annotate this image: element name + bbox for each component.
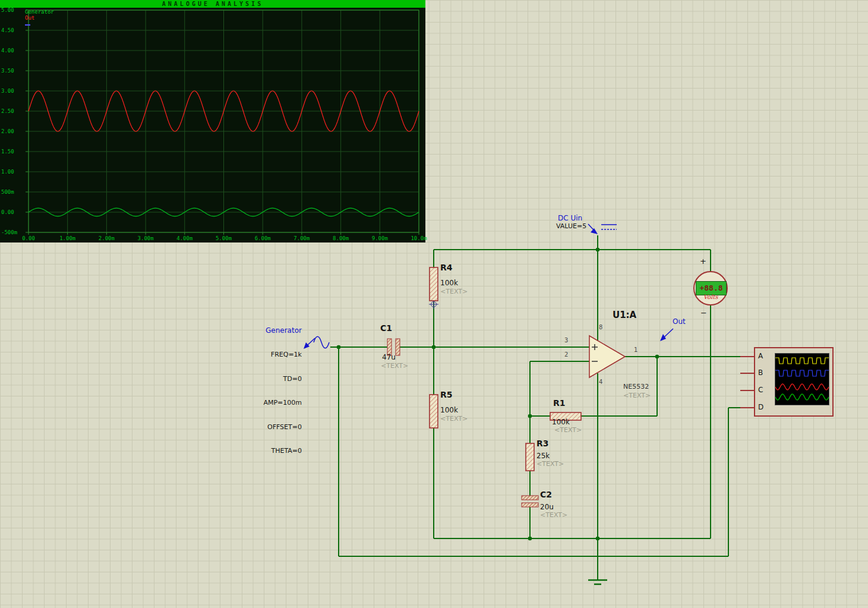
opamp-u1a[interactable] (589, 336, 625, 377)
opamp-pin8-number: 8 (599, 324, 602, 330)
opamp-ref: U1:A (613, 310, 636, 320)
oscilloscope-screen (775, 353, 829, 405)
r4-value: 100k (440, 279, 458, 287)
c1-text: <TEXT> (381, 362, 408, 370)
generator-params: FREQ=1k TD=0 AMP=100m OFFSET=0 THETA=0 (257, 335, 302, 471)
r5-value: 100k (440, 406, 458, 414)
out-wire-label: Out (673, 317, 686, 326)
r1-ref: R1 (553, 398, 566, 408)
dc-source-icon[interactable] (588, 224, 617, 234)
dc-source-label: DC Uin (558, 214, 582, 222)
voltmeter-unit-label: Volts (699, 294, 722, 300)
scope-channel-a-label: A (758, 352, 763, 360)
opamp-pin4-number: 4 (599, 379, 602, 385)
voltmeter-minus-label: − (700, 308, 707, 317)
scope-channel-b-label: B (758, 368, 763, 377)
generator-param: TD=0 (257, 375, 302, 383)
c1-value: 47u (382, 353, 396, 361)
c2-text: <TEXT> (540, 511, 567, 519)
r5-ref: R5 (440, 390, 453, 399)
out-label-arrow-icon[interactable] (660, 329, 673, 341)
scope-channel-c-label: C (758, 386, 763, 394)
r1-value: 100k (552, 418, 570, 426)
ground-symbol[interactable] (588, 580, 607, 584)
r3-ref: R3 (536, 439, 549, 448)
schematic-svg (0, 0, 868, 608)
oscilloscope-pins (740, 357, 755, 408)
r1-text: <TEXT> (554, 426, 582, 434)
capacitor-c2[interactable] (522, 496, 538, 507)
resistor-r5[interactable] (430, 395, 438, 428)
r3-value: 25k (536, 452, 550, 460)
wire-segments[interactable] (330, 235, 741, 580)
proteus-schematic-canvas[interactable]: ANALOGUE ANALYSIS 5.004.504.003.503.002.… (0, 0, 868, 608)
r4-ref: R4 (440, 263, 453, 272)
scope-channel-d-label: D (758, 403, 763, 411)
r4-text: <TEXT> (440, 288, 468, 295)
generator-source-icon[interactable] (304, 336, 329, 349)
opamp-pin3-number: 3 (564, 337, 568, 344)
opamp-pin1-number: 1 (634, 346, 637, 353)
generator-param: FREQ=1k (257, 351, 302, 359)
generator-label: Generator (266, 326, 302, 335)
generator-param: OFFSET=0 (257, 423, 302, 431)
opamp-part: NE5532 (623, 383, 649, 390)
junction-dots (337, 248, 659, 541)
r5-text: <TEXT> (440, 415, 468, 423)
generator-param: THETA=0 (257, 447, 302, 455)
resistor-r3[interactable] (526, 443, 534, 471)
dc-source-value: VALUE=5 (556, 222, 586, 230)
c2-ref: C2 (540, 490, 552, 499)
resistor-r4[interactable] (430, 267, 438, 301)
c1-ref: C1 (380, 323, 392, 333)
r3-text: <TEXT> (536, 460, 564, 468)
opamp-pin2-number: 2 (564, 351, 568, 358)
generator-param: AMP=100m (257, 399, 302, 407)
voltmeter-plus-label: + (700, 257, 706, 266)
c2-value: 20u (540, 503, 554, 511)
opamp-text: <TEXT> (623, 392, 651, 399)
